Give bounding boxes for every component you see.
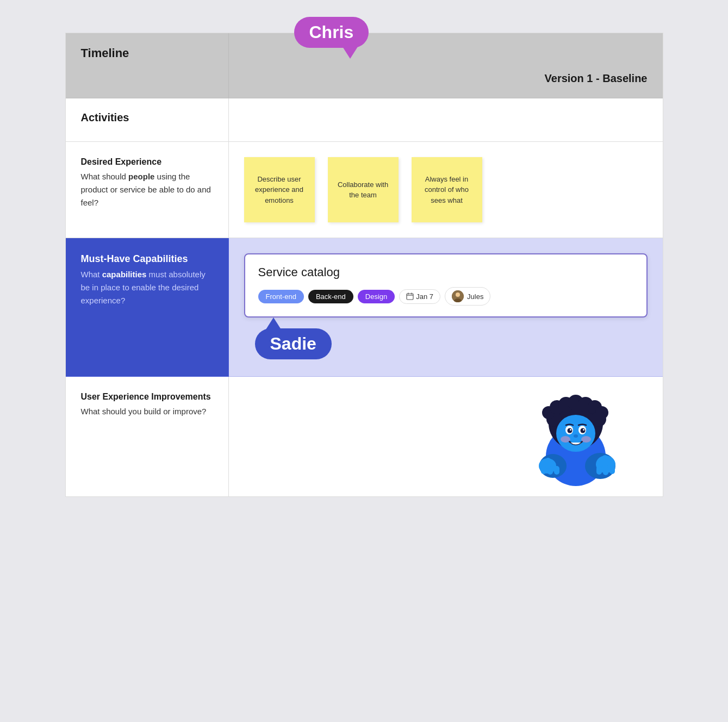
avatar-svg: [452, 290, 464, 302]
sticky-note-1: Describe user experience and emotions: [244, 157, 315, 222]
svg-point-24: [583, 429, 584, 431]
sticky-note-2: Collaborate with the team: [328, 157, 399, 222]
cartoon-avatar: [521, 385, 630, 496]
tags-row: Front-end Back-end Design Jan 7: [258, 287, 633, 306]
tag-user: Jules: [445, 287, 490, 306]
must-have-right: Service catalog Front-end Back-end Desig…: [229, 238, 663, 377]
desired-experience-left: Desired Experience What should people us…: [66, 142, 229, 238]
svg-point-21: [567, 428, 572, 433]
capabilities-bold: capabilities: [102, 270, 147, 279]
svg-point-27: [581, 436, 591, 443]
ux-improvements-title: User Experience Improvements: [81, 392, 213, 402]
activities-title: Activities: [81, 111, 213, 124]
sticky-note-1-text: Describe user experience and emotions: [251, 174, 308, 206]
timeline-title: Timeline: [81, 46, 213, 60]
desired-experience-desc: What should people using the product or …: [81, 170, 213, 209]
chris-cursor-arrow: [343, 47, 358, 59]
desired-experience-title: Desired Experience: [81, 157, 213, 167]
main-container: Timeline Chris Version 1 - Baseline Acti…: [65, 33, 663, 497]
svg-point-25: [574, 434, 578, 438]
sticky-note-3: Always feel in control of who sees what: [412, 157, 482, 222]
header-right: Chris Version 1 - Baseline: [229, 33, 663, 98]
chris-bubble: Chris: [294, 17, 369, 48]
svg-point-23: [570, 429, 571, 431]
sadie-cursor-area: Sadie: [244, 318, 648, 361]
svg-rect-38: [554, 466, 559, 475]
svg-rect-32: [603, 466, 608, 475]
desired-experience-right: Describe user experience and emotions Co…: [229, 142, 663, 238]
tag-date-text: Jan 7: [416, 292, 433, 301]
service-catalog-card[interactable]: Service catalog Front-end Back-end Desig…: [244, 253, 648, 318]
chris-cursor: Chris: [294, 17, 369, 59]
sticky-note-3-text: Always feel in control of who sees what: [418, 174, 476, 206]
header-left: Timeline: [66, 33, 229, 98]
svg-rect-30: [602, 455, 608, 467]
svg-rect-0: [407, 294, 413, 300]
ux-improvements-left: User Experience Improvements What should…: [66, 377, 229, 496]
people-bold: people: [128, 172, 154, 181]
sticky-note-2-text: Collaborate with the team: [334, 179, 392, 201]
sadie-bubble: Sadie: [255, 328, 332, 359]
tag-backend[interactable]: Back-end: [308, 290, 353, 303]
svg-rect-39: [545, 458, 551, 469]
svg-rect-33: [609, 466, 615, 474]
must-have-right-inner: Service catalog Front-end Back-end Desig…: [244, 253, 648, 361]
svg-rect-31: [596, 466, 602, 475]
svg-rect-36: [541, 466, 546, 474]
svg-point-26: [561, 436, 570, 443]
svg-point-17: [591, 412, 606, 427]
svg-point-5: [456, 292, 460, 297]
tag-date: Jan 7: [399, 289, 440, 304]
user-avatar: [452, 290, 464, 302]
timeline-grid: Timeline Chris Version 1 - Baseline Acti…: [65, 33, 663, 497]
must-have-title: Must-Have Capabilities: [81, 253, 213, 265]
activities-right: [229, 98, 663, 142]
tag-design[interactable]: Design: [358, 290, 395, 303]
sadie-cursor: Sadie: [255, 318, 332, 359]
must-have-desc: What capabilities must absolutely be in …: [81, 268, 213, 307]
ux-improvements-right: [229, 377, 663, 496]
activities-left: Activities: [66, 98, 229, 142]
sadie-cursor-arrow: [266, 318, 281, 329]
svg-point-22: [580, 428, 585, 433]
tag-frontend[interactable]: Front-end: [258, 290, 304, 303]
version-label: Version 1 - Baseline: [545, 72, 648, 85]
calendar-icon: [406, 292, 414, 300]
tag-user-name: Jules: [467, 292, 483, 301]
svg-point-18: [556, 415, 595, 452]
service-catalog-title: Service catalog: [258, 265, 633, 279]
avatar-illustration-svg: [521, 385, 630, 494]
must-have-left: Must-Have Capabilities What capabilities…: [66, 238, 229, 377]
ux-improvements-desc: What should you build or improve?: [81, 405, 213, 418]
